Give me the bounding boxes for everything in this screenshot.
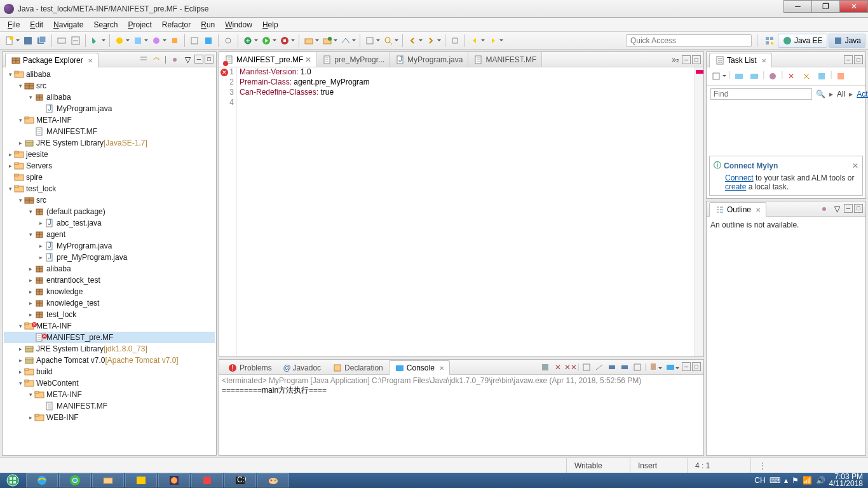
close-icon[interactable]: ✕ bbox=[756, 207, 761, 214]
taskbar-ie[interactable] bbox=[26, 473, 58, 487]
toolbar-wizard[interactable] bbox=[113, 34, 126, 47]
tree-item[interactable]: ▾src bbox=[4, 80, 215, 92]
forward-button[interactable] bbox=[487, 34, 499, 47]
open-perspective-button[interactable] bbox=[763, 34, 776, 47]
tree-item[interactable]: ▸alibaba bbox=[4, 263, 215, 274]
taskbar-chrome[interactable] bbox=[59, 473, 91, 487]
console-btn-6[interactable] bbox=[632, 362, 642, 372]
new-button[interactable] bbox=[3, 34, 16, 47]
bottom-tab-problems[interactable]: ! Problems bbox=[222, 360, 278, 375]
bottom-tab-console[interactable]: Console ✕ bbox=[389, 360, 450, 375]
taskbar-paint[interactable] bbox=[257, 473, 289, 487]
task-btn-3[interactable] bbox=[766, 70, 779, 83]
toolbar-wizard4[interactable] bbox=[168, 34, 181, 47]
tree-item[interactable]: ▸JMyProgram.java bbox=[4, 240, 215, 252]
tray-keyboard-icon[interactable]: ⌨ bbox=[770, 476, 780, 485]
status-menu[interactable]: ⋮ bbox=[750, 458, 766, 473]
task-new-button[interactable] bbox=[710, 70, 722, 83]
task-list-tab[interactable]: Task List ✕ bbox=[709, 53, 772, 67]
menu-window[interactable]: Window bbox=[220, 18, 257, 31]
package-explorer-tab[interactable]: Package Explorer ✕ bbox=[5, 53, 98, 67]
console-btn-5[interactable] bbox=[620, 362, 630, 372]
perspective-javaee[interactable]: Java EE bbox=[778, 34, 827, 48]
debug-button[interactable] bbox=[241, 34, 254, 47]
nav-prev-button[interactable] bbox=[406, 34, 419, 47]
console-output[interactable]: <terminated> MyProgram [Java Application… bbox=[219, 375, 703, 455]
tree-item[interactable]: ▸Jpre_MyProgram.java bbox=[4, 252, 215, 263]
editor-document[interactable]: ✕1234 Manifest-Version: 1.0Premain-Class… bbox=[219, 67, 703, 356]
tree-item[interactable]: ▾test_lock bbox=[4, 183, 215, 194]
console-btn-3[interactable] bbox=[594, 362, 604, 372]
tree-item[interactable]: ▸knowledge_test bbox=[4, 297, 215, 309]
toolbar-hammer[interactable] bbox=[89, 34, 102, 47]
task-btn-6[interactable] bbox=[815, 70, 828, 83]
package-tree[interactable]: ▾alibaba▾src▾alibabaJMyProgram.java▾META… bbox=[3, 67, 216, 455]
minimize-view-button[interactable]: ─ bbox=[194, 55, 203, 64]
toolbar-btn-a[interactable] bbox=[188, 34, 201, 47]
minimize-button[interactable]: ─ bbox=[783, 0, 812, 13]
tree-item[interactable]: ▸WEB-INF bbox=[4, 412, 215, 423]
close-icon[interactable]: ✕ bbox=[761, 57, 766, 64]
collapse-all-button[interactable] bbox=[139, 55, 149, 65]
focus-button[interactable] bbox=[170, 55, 180, 65]
outline-min-button[interactable]: ─ bbox=[844, 204, 853, 213]
tree-item[interactable]: ▸jeesite bbox=[4, 149, 215, 160]
toolbar-btn-b[interactable] bbox=[202, 34, 215, 47]
menu-navigate[interactable]: Navigate bbox=[48, 18, 88, 31]
view-menu-button[interactable]: ▽ bbox=[182, 55, 193, 65]
toolbar-btn-d[interactable] bbox=[339, 34, 352, 47]
back-button[interactable] bbox=[468, 34, 481, 47]
start-button[interactable] bbox=[0, 473, 25, 488]
taskbar-cmd[interactable]: C:\ bbox=[224, 473, 256, 487]
close-icon[interactable]: ✕ bbox=[305, 55, 311, 64]
tray-up-icon[interactable]: ▴ bbox=[784, 476, 788, 485]
search-icon[interactable]: 🔍 bbox=[816, 90, 825, 98]
mylyn-connect-link[interactable]: Connect bbox=[725, 173, 754, 182]
console-remove-all-button[interactable]: ✕✕ bbox=[566, 362, 576, 372]
task-btn-4[interactable]: ✕ bbox=[785, 70, 797, 83]
tree-item[interactable]: ▸Apache Tomcat v7.0 [Apache Tomcat v7.0] bbox=[4, 355, 215, 366]
tree-item[interactable]: ▸build bbox=[4, 366, 215, 377]
overview-ruler[interactable] bbox=[695, 67, 703, 356]
taskbar-eclipse[interactable] bbox=[158, 473, 190, 487]
menu-file[interactable]: File bbox=[3, 18, 25, 31]
menu-help[interactable]: Help bbox=[257, 18, 283, 31]
toolbar-btn-2[interactable] bbox=[69, 34, 82, 47]
tree-item[interactable]: ▸knowledge bbox=[4, 286, 215, 297]
bottom-tab-declaration[interactable]: Declaration bbox=[327, 360, 389, 375]
tree-item[interactable]: ▾META-INF bbox=[4, 114, 215, 126]
console-btn-2[interactable] bbox=[581, 362, 592, 372]
tree-item[interactable]: JMyProgram.java bbox=[4, 103, 215, 114]
link-editor-button[interactable] bbox=[151, 55, 161, 65]
tree-item[interactable]: MANIFEST.MF bbox=[4, 400, 215, 412]
editor-maximize-button[interactable]: □ bbox=[692, 55, 701, 64]
toolbar-btn-c[interactable] bbox=[222, 34, 234, 47]
outline-max-button[interactable]: □ bbox=[854, 204, 863, 213]
task-btn-5[interactable] bbox=[800, 70, 813, 83]
save-all-button[interactable] bbox=[36, 34, 48, 47]
new-pkg-button[interactable] bbox=[302, 34, 315, 47]
mylyn-close-button[interactable]: ✕ bbox=[852, 161, 858, 170]
task-find-input[interactable] bbox=[710, 88, 812, 100]
quick-access-input[interactable] bbox=[626, 34, 752, 47]
close-button[interactable]: ✕ bbox=[839, 0, 868, 13]
task-btn-2[interactable] bbox=[748, 70, 761, 83]
run-button[interactable] bbox=[260, 34, 273, 47]
tray-clock[interactable]: 7:03 PM 4/11/2018 bbox=[829, 473, 863, 487]
task-btn-1[interactable] bbox=[733, 70, 745, 83]
mylyn-create-link[interactable]: create bbox=[725, 182, 746, 191]
tree-item[interactable]: ▸entrantlock_test bbox=[4, 274, 215, 286]
menu-run[interactable]: Run bbox=[196, 18, 220, 31]
console-display-button[interactable] bbox=[665, 362, 675, 372]
tree-item[interactable]: ▾WebContent bbox=[4, 377, 215, 389]
taskbar-app1[interactable] bbox=[125, 473, 157, 487]
tree-item[interactable]: ▸test_lock bbox=[4, 309, 215, 320]
console-btn-4[interactable] bbox=[607, 362, 617, 372]
close-icon[interactable]: ✕ bbox=[88, 57, 93, 64]
tree-item[interactable]: ▾META-INF bbox=[4, 389, 215, 400]
console-maximize-button[interactable]: □ bbox=[692, 362, 701, 371]
task-btn-7[interactable] bbox=[834, 70, 847, 83]
tree-item[interactable]: ▾alibaba bbox=[4, 69, 215, 80]
console-minimize-button[interactable]: ─ bbox=[682, 362, 691, 371]
tray-lang[interactable]: CH bbox=[754, 476, 765, 485]
